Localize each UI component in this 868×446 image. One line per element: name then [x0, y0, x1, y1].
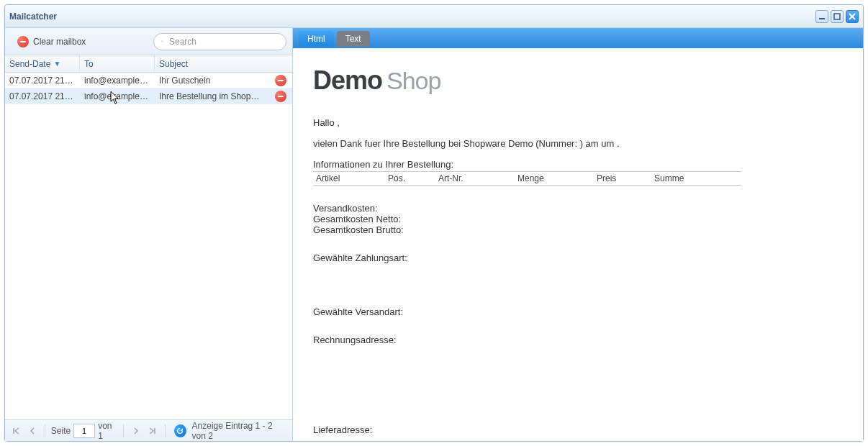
- shipping-costs: Versandkosten:: [313, 203, 843, 214]
- page-first-button[interactable]: [9, 424, 22, 438]
- gross-costs: Gesamtkosten Brutto:: [313, 224, 843, 235]
- order-items-table: Artikel Pos. Art-Nr. Menge Preis Summe: [313, 171, 741, 186]
- mail-greeting: Hallo ,: [313, 117, 843, 128]
- sort-desc-icon: ▼: [53, 60, 60, 68]
- col-send-date[interactable]: Send-Date ▼: [5, 55, 80, 72]
- order-info-title: Informationen zu Ihrer Bestellung:: [313, 159, 843, 170]
- col-subject-label: Subject: [159, 59, 188, 69]
- mail-thanks: vielen Dank fuer Ihre Bestellung bei Sho…: [313, 138, 843, 149]
- mail-list-panel: Clear mailbox Send-Date ▼: [5, 28, 293, 441]
- titlebar[interactable]: Mailcatcher: [5, 5, 863, 28]
- search-icon: [161, 37, 163, 46]
- cell-date: 07.07.2017 21:40: [5, 91, 80, 101]
- th-summe: Summe: [651, 172, 741, 186]
- delivery-address: Lieferadresse:: [313, 424, 843, 435]
- th-pos: Pos.: [385, 172, 435, 186]
- search-field[interactable]: [153, 33, 286, 50]
- minimize-button[interactable]: [815, 10, 828, 23]
- grid-header: Send-Date ▼ To Subject: [5, 55, 292, 73]
- page-last-button[interactable]: [146, 424, 159, 438]
- search-input[interactable]: [168, 36, 279, 47]
- page-next-button[interactable]: [130, 424, 143, 438]
- paging-display: Anzeige Eintrag 1 - 2 von 2: [192, 421, 288, 441]
- costs-block: Versandkosten: Gesamtkosten Netto: Gesam…: [313, 203, 843, 235]
- shipment-method: Gewählte Versandart:: [313, 306, 843, 317]
- page-number-input[interactable]: [73, 424, 95, 438]
- cell-to: info@example.c…: [80, 91, 155, 101]
- refresh-button[interactable]: [174, 424, 186, 437]
- svg-point-4: [161, 40, 163, 42]
- logo-light: Shop: [386, 67, 440, 95]
- th-artnr: Art-Nr.: [435, 172, 515, 186]
- col-to-label: To: [84, 59, 94, 69]
- mail-row[interactable]: 07.07.2017 21:40 info@example.c… Ihr Gut…: [5, 73, 292, 88]
- page-of-label: von 1: [98, 421, 117, 441]
- delete-row-button[interactable]: [275, 91, 286, 102]
- cell-date: 07.07.2017 21:40: [5, 76, 80, 86]
- mail-row[interactable]: 07.07.2017 21:40 info@example.c… Ihre Be…: [5, 88, 292, 104]
- col-send-date-label: Send-Date: [9, 59, 50, 69]
- tab-text[interactable]: Text: [337, 31, 370, 47]
- clear-mailbox-button[interactable]: Clear mailbox: [11, 33, 92, 50]
- tab-html[interactable]: Html: [299, 31, 334, 47]
- delete-row-button[interactable]: [275, 75, 286, 86]
- col-to[interactable]: To: [80, 55, 155, 72]
- clear-mailbox-label: Clear mailbox: [33, 37, 86, 47]
- th-menge: Menge: [515, 172, 594, 186]
- mailcatcher-window: Mailcatcher Clear mailbox: [4, 4, 864, 442]
- th-artikel: Artikel: [313, 172, 385, 186]
- logo-bold: Demo: [313, 65, 382, 96]
- th-preis: Preis: [594, 172, 651, 186]
- svg-rect-1: [834, 14, 840, 19]
- shop-logo: DemoShop: [313, 65, 843, 96]
- cell-subject: Ihr Gutschein: [155, 76, 268, 86]
- close-button[interactable]: [846, 10, 859, 23]
- cell-subject: Ihre Bestellung im Shopwa…: [155, 91, 268, 101]
- net-costs: Gesamtkosten Netto:: [313, 214, 843, 224]
- mail-preview-panel: Html Text DemoShop Hallo , vielen Dank f…: [293, 28, 863, 441]
- mail-html-view[interactable]: DemoShop Hallo , vielen Dank fuer Ihre B…: [293, 48, 863, 441]
- grid-body[interactable]: 07.07.2017 21:40 info@example.c… Ihr Gut…: [5, 73, 292, 419]
- maximize-button[interactable]: [831, 10, 844, 23]
- list-toolbar: Clear mailbox: [5, 28, 292, 55]
- page-prev-button[interactable]: [25, 424, 38, 438]
- paging-toolbar: Seite von 1 Anzeige Eintrag 1 - 2 von 2: [5, 419, 292, 441]
- payment-method: Gewählte Zahlungsart:: [313, 252, 843, 263]
- cell-to: info@example.c…: [80, 76, 155, 86]
- preview-tabs: Html Text: [293, 28, 863, 48]
- col-subject[interactable]: Subject: [155, 55, 292, 72]
- window-title: Mailcatcher: [9, 12, 57, 22]
- billing-address: Rechnungsadresse:: [313, 334, 843, 345]
- page-label: Seite: [51, 426, 71, 436]
- minus-circle-icon: [17, 36, 29, 47]
- svg-line-5: [163, 42, 163, 42]
